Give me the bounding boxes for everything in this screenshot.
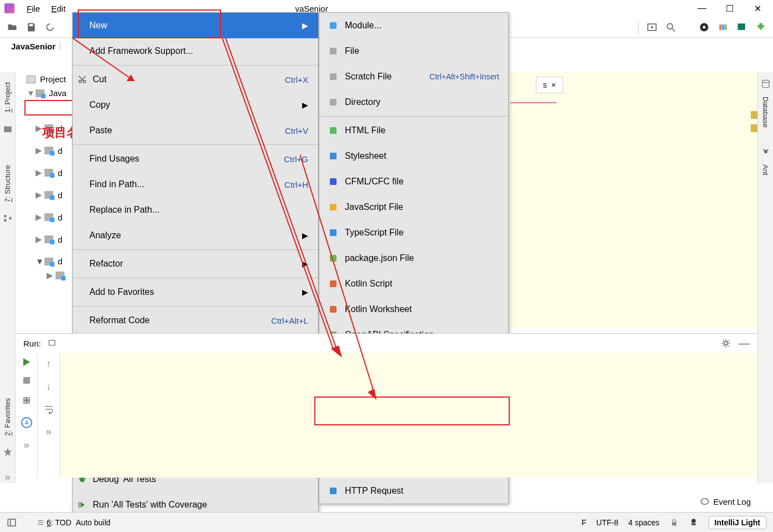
editor-tab-underline xyxy=(510,102,556,103)
structure-icon xyxy=(3,213,13,223)
svg-point-5 xyxy=(703,26,706,28)
svg-line-17 xyxy=(763,149,765,150)
status-bar: 6: TOD Auto build F UTF-8 4 spaces Intel… xyxy=(0,512,773,532)
gutter-mark xyxy=(751,111,757,119)
tab-favorites[interactable]: 2: Favorites xyxy=(1,393,14,441)
tool-windows-icon[interactable] xyxy=(7,518,17,528)
menu-file[interactable]: FFileile xyxy=(21,2,46,16)
svg-line-48 xyxy=(300,154,374,393)
star-icon xyxy=(3,447,13,457)
svg-point-21 xyxy=(80,477,85,482)
minimize-panel-icon[interactable]: — xyxy=(739,337,750,350)
svg-rect-26 xyxy=(330,22,337,29)
svg-point-15 xyxy=(762,80,769,83)
svg-marker-1 xyxy=(651,26,654,28)
window-maximize[interactable]: ☐ xyxy=(724,3,735,14)
run-icon[interactable] xyxy=(23,358,30,366)
gear-icon[interactable] xyxy=(721,338,731,348)
right-tool-strip: Database Ant xyxy=(757,72,773,483)
stop-icon[interactable] xyxy=(23,377,30,384)
left-tool-strip: 1: Project 7: Structure 2: Favorites » xyxy=(0,72,16,483)
plugin-icon[interactable] xyxy=(755,22,766,33)
editor-tab[interactable]: s × xyxy=(536,77,563,93)
annotation-box-new xyxy=(78,9,221,38)
svg-point-55 xyxy=(691,519,696,523)
event-log-button[interactable]: Event Log xyxy=(700,496,751,506)
download-icon[interactable] xyxy=(21,417,32,428)
window-minimize[interactable]: — xyxy=(696,3,707,14)
tab-database[interactable]: Database xyxy=(759,91,772,133)
run-title: Run: xyxy=(23,339,41,348)
memory-icon[interactable] xyxy=(717,22,729,33)
gutter-mark xyxy=(751,124,757,132)
soft-wrap-icon[interactable] xyxy=(43,404,54,415)
svg-rect-52 xyxy=(8,519,16,526)
svg-marker-14 xyxy=(3,448,12,456)
svg-point-51 xyxy=(724,342,727,345)
expand-icon[interactable]: » xyxy=(23,439,29,451)
svg-line-43 xyxy=(72,38,134,81)
svg-rect-7 xyxy=(722,24,724,30)
svg-rect-25 xyxy=(78,502,79,508)
event-log-icon xyxy=(700,496,710,506)
annotation-box-project xyxy=(24,100,73,116)
status-autobuild[interactable]: Auto build xyxy=(76,518,111,527)
window-close[interactable]: ✕ xyxy=(752,3,763,14)
database-icon xyxy=(761,79,771,89)
theme-selector[interactable]: IntelliJ Light xyxy=(709,516,766,529)
app-icon xyxy=(4,3,14,13)
svg-marker-24 xyxy=(81,502,85,508)
new-item-http-request[interactable]: HTTP Request xyxy=(319,478,508,504)
svg-rect-6 xyxy=(719,24,721,30)
run-config-icon[interactable] xyxy=(646,22,657,33)
inspect-icon[interactable] xyxy=(736,22,747,33)
status-indent[interactable]: 4 spaces xyxy=(629,518,660,527)
run-actions-column: » xyxy=(16,353,38,478)
status-line-ending[interactable]: F xyxy=(581,518,586,527)
ant-icon xyxy=(761,147,771,157)
search-icon[interactable] xyxy=(665,22,676,33)
svg-rect-8 xyxy=(725,24,726,30)
status-encoding[interactable]: UTF-8 xyxy=(596,518,619,527)
todo-button[interactable]: 6: TOD xyxy=(37,518,72,527)
tab-structure[interactable]: 7: Structure xyxy=(1,159,14,208)
save-icon[interactable] xyxy=(26,22,37,33)
chevron-right-icon: 〉 xyxy=(58,41,66,52)
svg-line-3 xyxy=(672,28,675,31)
menu-edit[interactable]: Edit xyxy=(46,2,71,16)
annotation-box-resource-bundle xyxy=(314,397,510,425)
tab-close-icon[interactable]: × xyxy=(551,81,556,89)
project-icon xyxy=(3,124,13,134)
svg-rect-13 xyxy=(9,217,12,220)
svg-rect-50 xyxy=(49,340,55,345)
tab-project[interactable]: 1: Project xyxy=(1,77,14,118)
lock-icon[interactable] xyxy=(670,518,679,527)
svg-marker-44 xyxy=(127,74,134,81)
run-config-dropdown-icon[interactable] xyxy=(48,338,58,348)
inspector-icon[interactable] xyxy=(689,518,699,528)
chevron-down-icon[interactable]: ▼ xyxy=(27,88,33,98)
open-icon[interactable] xyxy=(7,22,18,33)
svg-point-57 xyxy=(701,499,709,505)
new-item-module[interactable]: Module... xyxy=(319,13,508,38)
module-icon xyxy=(36,89,44,97)
title-suffix: vaSenior xyxy=(295,4,328,13)
profiler-icon[interactable] xyxy=(699,22,710,33)
svg-rect-42 xyxy=(330,488,337,494)
svg-line-18 xyxy=(766,149,768,150)
svg-rect-56 xyxy=(691,523,696,525)
sync-icon[interactable] xyxy=(44,22,56,33)
expand-left-icon[interactable]: » xyxy=(4,471,10,483)
run-output-actions: ↑ ↓ » xyxy=(38,353,60,478)
project-root-icon xyxy=(27,76,36,83)
svg-point-2 xyxy=(667,23,672,29)
svg-rect-9 xyxy=(738,23,745,30)
settings-icon[interactable] xyxy=(21,395,32,406)
up-icon[interactable]: ↑ xyxy=(46,358,51,370)
tab-ant[interactable]: Ant xyxy=(759,159,772,181)
breadcrumb-root[interactable]: JavaSenior xyxy=(11,42,56,51)
down-icon[interactable]: ↓ xyxy=(46,381,51,393)
svg-rect-12 xyxy=(4,219,7,222)
expand-icon[interactable]: » xyxy=(46,426,51,438)
svg-rect-10 xyxy=(4,126,12,132)
